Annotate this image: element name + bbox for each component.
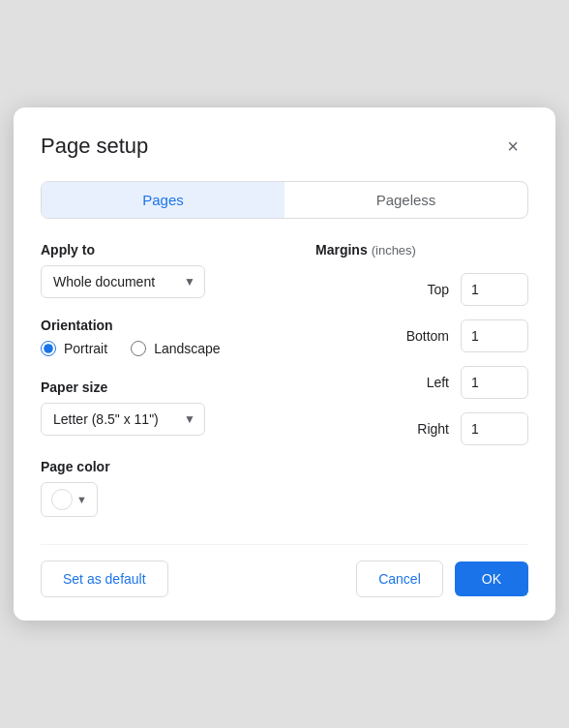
page-color-section: Page color ▼ [41, 459, 315, 517]
apply-to-select[interactable]: Whole document This section This point f… [41, 265, 205, 298]
page-color-label: Page color [41, 459, 315, 474]
right-margin-input[interactable] [461, 412, 528, 445]
ok-button[interactable]: OK [455, 561, 528, 596]
close-button[interactable]: × [497, 131, 528, 162]
left-margin-label: Left [401, 375, 449, 390]
portrait-label: Portrait [64, 341, 107, 356]
left-margin-input[interactable] [461, 366, 528, 399]
apply-to-section: Apply to Whole document This section Thi… [41, 242, 315, 298]
orientation-label: Orientation [41, 318, 315, 333]
margin-row-bottom: Bottom [315, 319, 528, 352]
left-column: Apply to Whole document This section Thi… [41, 242, 315, 517]
bottom-margin-input[interactable] [461, 319, 528, 352]
orientation-radio-group: Portrait Landscape [41, 341, 315, 356]
margin-row-right: Right [315, 412, 528, 445]
color-arrow-icon: ▼ [76, 494, 87, 505]
margin-row-left: Left [315, 366, 528, 399]
landscape-radio[interactable] [131, 341, 146, 356]
portrait-radio[interactable] [41, 341, 56, 356]
top-margin-input[interactable] [461, 273, 528, 306]
bottom-margin-label: Bottom [401, 328, 449, 344]
paper-size-select-wrapper: Letter (8.5" x 11") A4 (8.3" x 11.7") Ta… [41, 403, 205, 436]
landscape-label: Landscape [154, 341, 221, 356]
landscape-option[interactable]: Landscape [131, 341, 221, 356]
paper-size-select[interactable]: Letter (8.5" x 11") A4 (8.3" x 11.7") Ta… [41, 403, 205, 436]
apply-to-label: Apply to [41, 242, 315, 258]
footer-right-buttons: Cancel OK [356, 561, 528, 597]
portrait-option[interactable]: Portrait [41, 341, 107, 356]
margin-row-top: Top [315, 273, 528, 306]
top-margin-label: Top [401, 282, 449, 297]
set-as-default-button[interactable]: Set as default [41, 561, 168, 597]
page-setup-dialog: Page setup × Pages Pageless Apply to Who… [14, 107, 555, 621]
margins-header: Margins (inches) [315, 242, 528, 258]
page-color-button[interactable]: ▼ [41, 482, 98, 517]
main-content: Apply to Whole document This section Thi… [41, 242, 528, 517]
paper-size-label: Paper size [41, 379, 315, 395]
paper-size-section: Paper size Letter (8.5" x 11") A4 (8.3" … [41, 379, 315, 436]
apply-to-select-wrapper: Whole document This section This point f… [41, 265, 205, 298]
margins-subtitle: (inches) [372, 243, 416, 258]
dialog-footer: Set as default Cancel OK [41, 544, 528, 597]
tab-pageless[interactable]: Pageless [284, 182, 527, 218]
color-circle [51, 489, 73, 510]
right-column: Margins (inches) Top Bottom Left Right [315, 242, 528, 517]
margins-title: Margins [315, 242, 368, 258]
dialog-header: Page setup × [41, 131, 528, 162]
tab-pages[interactable]: Pages [42, 182, 284, 218]
cancel-button[interactable]: Cancel [356, 561, 443, 597]
dialog-title: Page setup [41, 134, 148, 159]
orientation-section: Orientation Portrait Landscape [41, 318, 315, 356]
tab-bar: Pages Pageless [41, 181, 528, 219]
right-margin-label: Right [401, 421, 449, 437]
